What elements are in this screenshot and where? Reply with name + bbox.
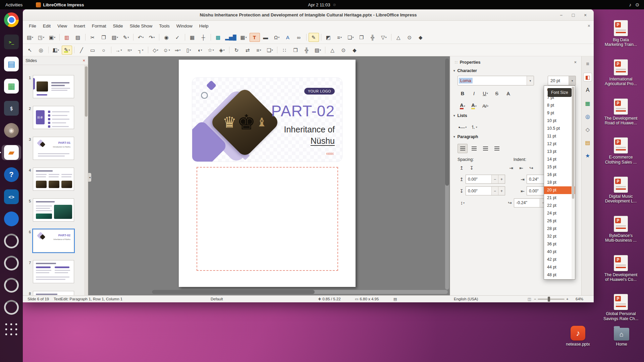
open-icon[interactable]: ◳▾ xyxy=(36,33,46,42)
slide-thumbnail-2[interactable]: 目录 xyxy=(33,106,74,129)
font-size-option[interactable]: 20 pt xyxy=(544,186,575,194)
spacing-above-increase[interactable]: + xyxy=(498,175,505,183)
copy-icon[interactable]: ❐ xyxy=(99,33,109,42)
minimize-button[interactable]: − xyxy=(557,11,565,19)
menu-item[interactable]: View xyxy=(54,22,70,30)
shadow-icon[interactable]: ❒ xyxy=(357,33,367,42)
align-objects-icon[interactable]: ≡▾ xyxy=(334,33,345,42)
points-icon[interactable]: △ xyxy=(327,46,338,55)
line-color-icon[interactable]: ✎▾ xyxy=(62,46,72,55)
zoom-in-icon[interactable]: + xyxy=(566,296,569,302)
unordered-list-button[interactable]: •—▾ xyxy=(458,123,468,132)
lines-arrows-icon[interactable]: →▾ xyxy=(113,46,124,55)
decrease-spacing-icon[interactable]: ↧ xyxy=(468,164,476,172)
loading-icon[interactable] xyxy=(2,278,21,293)
zoom-percent[interactable]: 64% xyxy=(576,296,583,302)
display-grid-icon[interactable]: ▦ xyxy=(187,33,198,42)
animation-tab-icon[interactable]: ★ xyxy=(583,151,592,160)
menu-item[interactable]: Window xyxy=(173,22,196,30)
activities-button[interactable]: Activities xyxy=(0,0,28,9)
special-character-icon[interactable]: Ω▾ xyxy=(272,33,282,42)
rectangle-icon[interactable]: ▭ xyxy=(88,46,98,55)
styles-tab-icon[interactable]: A xyxy=(583,86,592,95)
crop-icon[interactable]: ╬ xyxy=(368,33,378,42)
slide-thumbnail-7[interactable] xyxy=(33,260,74,283)
power-icon[interactable]: ⊙ xyxy=(635,2,639,7)
print-icon[interactable]: ▨ xyxy=(73,33,83,42)
desktop-home-folder[interactable]: Home xyxy=(603,326,640,347)
font-size-option[interactable]: 26 pt xyxy=(544,217,575,225)
arrange-icon[interactable]: ❏▾ xyxy=(345,33,356,42)
font-size-option[interactable]: 8 pt xyxy=(544,102,575,109)
font-size-option[interactable]: 18 pt xyxy=(544,179,575,186)
save-icon[interactable]: ▣▾ xyxy=(47,33,57,42)
align-right-button[interactable] xyxy=(480,144,490,153)
font-size-option[interactable]: 32 pt xyxy=(544,233,575,240)
font-size-option[interactable]: 10 pt xyxy=(544,117,575,125)
slide-thumbnail-3[interactable]: PART-01 Introduction to Nüshu xyxy=(33,137,74,160)
ordered-list-button[interactable]: ⒈▾ xyxy=(469,123,479,132)
character-section-header[interactable]: ▾ Character xyxy=(450,66,581,74)
gimp-icon[interactable] xyxy=(2,123,21,138)
close-document-icon[interactable]: × xyxy=(588,23,590,28)
document-modified-icon[interactable]: ▤ xyxy=(393,296,397,302)
cut-icon[interactable]: ✂ xyxy=(88,33,98,42)
spacing-above-field[interactable]: 0.00" − + xyxy=(466,175,505,184)
slide-number-status[interactable]: Slide 6 of 19 xyxy=(28,296,49,302)
app-icon[interactable] xyxy=(2,211,21,227)
titlebar[interactable]: Nüshu Inheritance Protection and Develop… xyxy=(23,9,594,21)
align-left-button[interactable] xyxy=(458,144,468,153)
connectors-icon[interactable]: ┐▾ xyxy=(136,46,146,55)
slide-thumbnail-4[interactable] xyxy=(33,168,74,191)
close-panel-icon[interactable]: × xyxy=(574,60,577,65)
hanging-indent-icon[interactable]: ↪ xyxy=(527,164,535,172)
align-center-button[interactable] xyxy=(469,144,479,153)
font-size-option[interactable]: 42 pt xyxy=(544,256,575,263)
edit-points-icon[interactable]: △ xyxy=(393,33,404,42)
undo-icon[interactable]: ↶▾ xyxy=(136,33,146,42)
character-spacing-button[interactable]: AV▾ xyxy=(480,102,490,111)
crop-image-icon[interactable]: ╬ xyxy=(302,46,312,55)
bold-button[interactable]: B xyxy=(458,89,468,98)
curves-polygons-icon[interactable]: ≈▾ xyxy=(124,46,135,55)
zoom-fit-icon[interactable]: ◫ xyxy=(528,296,531,302)
desktop-file-icon[interactable]: E-commerceClothing Sales ... xyxy=(599,137,643,165)
terminal2-icon[interactable] xyxy=(2,101,21,116)
help-icon[interactable] xyxy=(2,167,21,182)
font-size-option[interactable]: 13 pt xyxy=(544,148,575,156)
loading-icon[interactable] xyxy=(2,300,21,315)
font-name-dropdown-icon[interactable]: ▾ xyxy=(527,76,534,85)
slide-thumbnail-5[interactable] xyxy=(33,198,74,222)
desktop-file-icon[interactable]: The Developmentof Huawei's Co... xyxy=(599,255,643,282)
3d-objects-icon[interactable]: ◈▾ xyxy=(217,46,227,55)
desktop-file-icon[interactable]: The DevelopmentRoad of Huawe... xyxy=(599,99,643,126)
font-color-button[interactable]: A▾ xyxy=(458,102,468,111)
paste-icon[interactable]: ▧▾ xyxy=(110,33,120,42)
stars-banners-icon[interactable]: ☆▾ xyxy=(206,46,216,55)
rotate-icon[interactable]: ↻ xyxy=(231,46,242,55)
clone-formatting-icon[interactable]: ✎▾ xyxy=(121,33,131,42)
template-status[interactable]: Default xyxy=(211,296,223,302)
desktop-file-icon[interactable]: Big DataMarketing Train... xyxy=(599,20,643,47)
zoom-out-icon[interactable]: − xyxy=(534,296,536,302)
font-size-option[interactable]: 48 pt xyxy=(544,271,575,279)
font-size-option[interactable]: 10.5 pt xyxy=(544,125,575,132)
font-size-option[interactable]: 22 pt xyxy=(544,202,575,209)
hyperlink-icon[interactable]: ∞ xyxy=(294,33,304,42)
font-size-option[interactable]: 44 pt xyxy=(544,263,575,271)
slide-thumbnail-1[interactable] xyxy=(33,75,74,98)
export-pdf-icon[interactable]: ▥ xyxy=(62,33,72,42)
dropdown-scrollbar[interactable] xyxy=(572,86,575,279)
zoom-icon[interactable]: ◎ xyxy=(36,46,46,55)
glue-points-icon[interactable]: ⊙ xyxy=(405,33,415,42)
menu-item[interactable]: Slide xyxy=(110,22,126,30)
font-size-option[interactable]: 15 pt xyxy=(544,163,575,171)
font-size-option[interactable]: 28 pt xyxy=(544,225,575,233)
increase-spacing-icon[interactable]: ↥ xyxy=(458,164,466,172)
symbol-shapes-icon[interactable]: ☺▾ xyxy=(161,46,172,55)
shadow-toggle-icon[interactable]: ❒ xyxy=(290,46,301,55)
shapes-tab-icon[interactable]: ◇ xyxy=(583,125,592,134)
find-replace-icon[interactable]: ◉ xyxy=(161,33,172,42)
insert-line-icon[interactable]: ╱ xyxy=(76,46,87,55)
align-icon[interactable]: ≡▾ xyxy=(254,46,264,55)
